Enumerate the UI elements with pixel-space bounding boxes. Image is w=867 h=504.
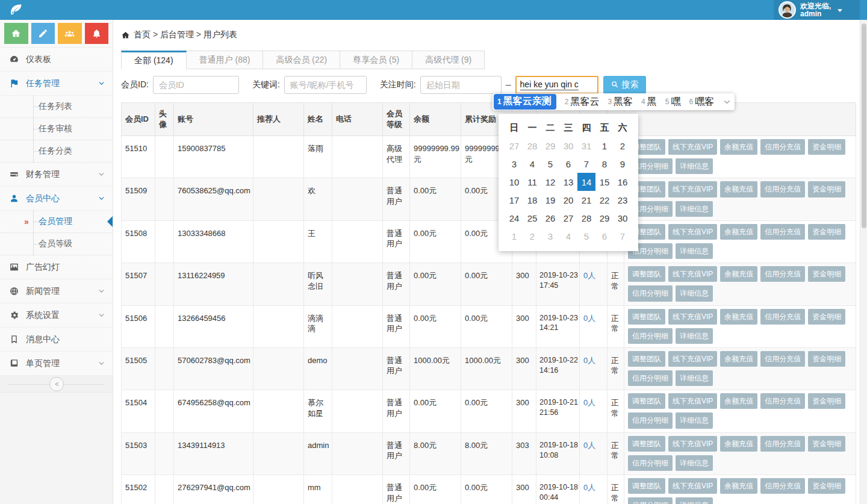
sidebar-subitem-member-management[interactable]: »会员管理 xyxy=(0,211,113,233)
tab-active[interactable]: 全部 (124) xyxy=(121,51,187,69)
people-count-link[interactable]: 0人 xyxy=(583,356,595,365)
credit-recharge-button[interactable]: 信用分充值 xyxy=(760,309,805,325)
funds-detail-button[interactable]: 资金明细 xyxy=(808,266,845,282)
detail-info-button[interactable]: 详细信息 xyxy=(676,285,713,301)
calendar-day[interactable]: 15 xyxy=(595,173,614,191)
sidebar-item-message-center[interactable]: 消息中心 xyxy=(0,328,113,352)
balance-recharge-button[interactable]: 余额充值 xyxy=(720,393,757,409)
calendar-day[interactable]: 5 xyxy=(541,155,559,173)
sidebar-subitem-task-list[interactable]: 任务列表 xyxy=(0,96,113,118)
adjust-team-button[interactable]: 调整团队 xyxy=(628,266,665,282)
balance-recharge-button[interactable]: 余额充值 xyxy=(720,478,757,494)
funds-detail-button[interactable]: 资金明细 xyxy=(808,139,845,155)
breadcrumb-item[interactable]: 首页 xyxy=(134,30,151,39)
ime-candidate[interactable]: 2黑客云 xyxy=(565,96,600,108)
calendar-day[interactable]: 27 xyxy=(505,137,523,155)
offline-recharge-vip-button[interactable]: 线下充值VIP xyxy=(668,436,717,452)
calendar-day[interactable]: 30 xyxy=(614,209,632,227)
funds-detail-button[interactable]: 资金明细 xyxy=(808,393,845,409)
credit-detail-button[interactable]: 信用分明细 xyxy=(628,412,673,428)
calendar-day[interactable]: 31 xyxy=(577,137,595,155)
calendar-day[interactable]: 10 xyxy=(505,173,523,191)
detail-info-button[interactable]: 详细信息 xyxy=(676,328,713,344)
start-date-input[interactable] xyxy=(420,76,502,94)
sidebar-subitem-task-category[interactable]: 任务分类 xyxy=(0,140,113,163)
credit-recharge-button[interactable]: 信用分充值 xyxy=(760,393,805,409)
funds-detail-button[interactable]: 资金明细 xyxy=(808,181,845,197)
credit-detail-button[interactable]: 信用分明细 xyxy=(628,370,673,386)
people-count-link[interactable]: 0人 xyxy=(583,271,595,280)
offline-recharge-vip-button[interactable]: 线下充值VIP xyxy=(668,224,717,240)
funds-detail-button[interactable]: 资金明细 xyxy=(808,351,845,367)
calendar-day[interactable]: 1 xyxy=(595,137,614,155)
offline-recharge-vip-button[interactable]: 线下充值VIP xyxy=(668,478,717,494)
balance-recharge-button[interactable]: 余额充值 xyxy=(720,224,757,240)
calendar-day[interactable]: 1 xyxy=(505,227,523,245)
balance-recharge-button[interactable]: 余额充值 xyxy=(720,266,757,282)
calendar-day[interactable]: 7 xyxy=(577,155,595,173)
credit-detail-button[interactable]: 信用分明细 xyxy=(628,455,673,471)
sidebar-item-news-management[interactable]: 新闻管理 xyxy=(0,279,113,303)
tab-item[interactable]: 普通用户 (88) xyxy=(187,51,264,69)
credit-recharge-button[interactable]: 信用分充值 xyxy=(760,351,805,367)
funds-detail-button[interactable]: 资金明细 xyxy=(808,478,845,494)
sidebar-subitem-task-review[interactable]: 任务审核 xyxy=(0,118,113,140)
balance-recharge-button[interactable]: 余额充值 xyxy=(720,351,757,367)
credit-recharge-button[interactable]: 信用分充值 xyxy=(760,436,805,452)
calendar-day[interactable]: 21 xyxy=(577,191,595,209)
sidebar-item-finance-management[interactable]: 财务管理 xyxy=(0,163,113,187)
calendar-day[interactable]: 27 xyxy=(559,209,577,227)
breadcrumb-item[interactable]: 后台管理 xyxy=(160,30,194,39)
balance-recharge-button[interactable]: 余额充值 xyxy=(720,139,757,155)
tab-item[interactable]: 尊享会员 (5) xyxy=(340,51,412,69)
calendar-day[interactable]: 20 xyxy=(559,191,577,209)
credit-detail-button[interactable]: 信用分明细 xyxy=(628,285,673,301)
calendar-day[interactable]: 22 xyxy=(595,191,614,209)
detail-info-button[interactable]: 详细信息 xyxy=(676,158,713,174)
calendar-day[interactable]: 3 xyxy=(505,155,523,173)
calendar-day[interactable]: 2 xyxy=(614,137,632,155)
detail-info-button[interactable]: 详细信息 xyxy=(676,497,713,504)
calendar-day[interactable]: 6 xyxy=(595,227,614,245)
calendar-day[interactable]: 12 xyxy=(541,173,559,191)
detail-info-button[interactable]: 详细信息 xyxy=(676,370,713,386)
sidebar-item-ad-slides[interactable]: 广告幻灯 xyxy=(0,255,113,279)
calendar-day[interactable]: 13 xyxy=(559,173,577,191)
adjust-team-button[interactable]: 调整团队 xyxy=(628,393,665,409)
calendar-day[interactable]: 25 xyxy=(523,209,541,227)
calendar-day[interactable]: 16 xyxy=(614,173,632,191)
offline-recharge-vip-button[interactable]: 线下充值VIP xyxy=(668,139,717,155)
ime-candidate[interactable]: 1黑客云亲测 xyxy=(494,94,556,110)
people-count-link[interactable]: 0人 xyxy=(583,441,595,450)
quick-notifications-button[interactable] xyxy=(85,23,109,44)
ime-candidate[interactable]: 5嘿 xyxy=(665,96,681,108)
calendar-day[interactable]: 9 xyxy=(614,155,632,173)
keyword-input[interactable] xyxy=(284,76,367,94)
calendar-day[interactable]: 28 xyxy=(523,137,541,155)
calendar-day[interactable]: 29 xyxy=(541,137,559,155)
funds-detail-button[interactable]: 资金明细 xyxy=(808,224,845,240)
adjust-team-button[interactable]: 调整团队 xyxy=(628,478,665,494)
credit-recharge-button[interactable]: 信用分充值 xyxy=(760,181,805,197)
calendar-day[interactable]: 30 xyxy=(559,137,577,155)
offline-recharge-vip-button[interactable]: 线下充值VIP xyxy=(668,181,717,197)
quick-edit-button[interactable] xyxy=(31,23,55,44)
balance-recharge-button[interactable]: 余额充值 xyxy=(720,436,757,452)
ime-candidate[interactable]: 4黑 xyxy=(641,96,657,108)
calendar-day[interactable]: 19 xyxy=(541,191,559,209)
quick-users-button[interactable] xyxy=(58,23,82,44)
offline-recharge-vip-button[interactable]: 线下充值VIP xyxy=(668,266,717,282)
calendar-day[interactable]: 18 xyxy=(523,191,541,209)
calendar-day[interactable]: 17 xyxy=(505,191,523,209)
calendar-day[interactable]: 26 xyxy=(541,209,559,227)
calendar-day[interactable]: 28 xyxy=(577,209,595,227)
detail-info-button[interactable]: 详细信息 xyxy=(676,243,713,259)
adjust-team-button[interactable]: 调整团队 xyxy=(628,351,665,367)
sidebar-item-single-page[interactable]: 单页管理 xyxy=(0,352,113,376)
angles-left-icon[interactable] xyxy=(49,377,64,391)
calendar-day[interactable]: 4 xyxy=(523,155,541,173)
search-button[interactable]: 搜索 xyxy=(603,76,646,94)
offline-recharge-vip-button[interactable]: 线下充值VIP xyxy=(668,351,717,367)
member-id-input[interactable] xyxy=(153,76,239,94)
scrollbar-thumb[interactable] xyxy=(862,23,866,228)
